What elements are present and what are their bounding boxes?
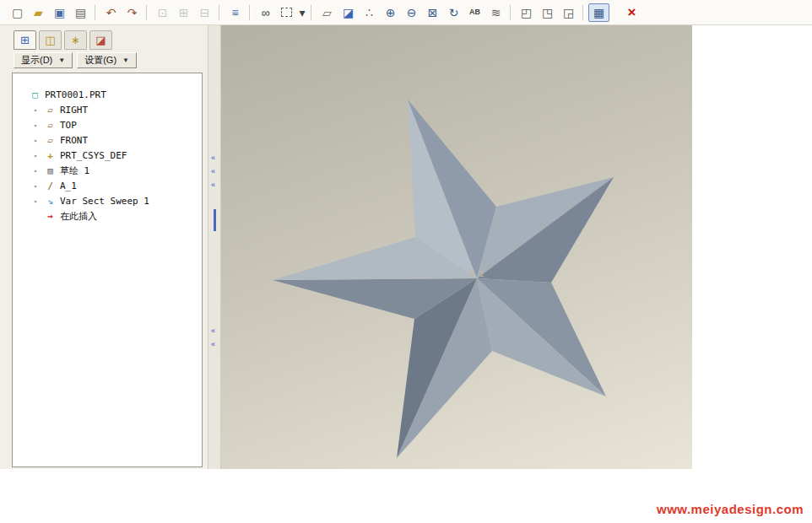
splitter-handle[interactable] (214, 209, 216, 231)
graphics-viewport[interactable]: A_1 X.X +-0.1 X.XX +-0.01 X.XXX +-0.001 (221, 25, 692, 469)
collapse-arrow-icon[interactable]: « (211, 168, 215, 175)
tab-model-tree[interactable]: ⊞ (14, 30, 36, 50)
toolbar-button-icon: ◪ (343, 7, 354, 19)
datum-axis-toggle[interactable]: ◪ (338, 3, 359, 22)
navigator-tab-icon: ◫ (45, 35, 55, 46)
paste-button[interactable]: ⊞ (173, 3, 194, 22)
toolbar-button-icon: ⊟ (200, 7, 210, 19)
toolbar-button-icon: ▦ (593, 7, 604, 19)
toolbar-button-icon: ∴ (365, 7, 373, 19)
zoom-in-button[interactable]: ⊕ (380, 3, 401, 22)
navigator-tab-icon: ◪ (95, 35, 106, 46)
tree-item-label: PRT_CSYS_DEF (60, 150, 127, 161)
active-window-button[interactable]: ▦ (588, 3, 609, 22)
toolbar-button-icon: ◰ (521, 7, 532, 19)
select-box-button[interactable] (276, 3, 297, 22)
tree-expander-icon[interactable]: ▸ (31, 137, 41, 144)
toolbar-button-icon: ∞ (262, 7, 270, 19)
toolbar-button-icon: ⊞ (179, 7, 189, 19)
model-tree: □ PRT0001.PRT ▸ ▱ RIGHT ▸ ▱ TOP ▸ ▱ FRON… (12, 73, 203, 467)
tree-item-front[interactable]: ▸ ▱ FRONT (13, 132, 202, 148)
tree-expander-icon[interactable]: ▸ (31, 152, 41, 159)
toolbar-button-icon: ▾ (299, 7, 305, 19)
navigator-tabs: ⊞ ◫ ∗ ◪ (14, 30, 112, 50)
refit-button[interactable]: ⊠ (422, 3, 443, 22)
tab-history[interactable]: ◪ (89, 30, 112, 50)
print-button[interactable]: ▤ (70, 3, 91, 22)
tree-item-label: 草绘 1 (60, 164, 89, 177)
tree-item-right[interactable]: ▸ ▱ RIGHT (13, 102, 202, 117)
window-view-2-button[interactable]: ◳ (537, 3, 558, 22)
collapse-arrow-icon[interactable]: « (211, 154, 215, 162)
star-model[interactable] (221, 25, 692, 469)
collapse-arrow-icon[interactable]: « (211, 327, 215, 335)
toolbar-button-icon: ↶ (106, 7, 116, 19)
tree-item-root[interactable]: □ PRT0001.PRT (13, 87, 202, 102)
tree-expander-icon[interactable]: ▸ (31, 167, 41, 175)
star-facets[interactable] (273, 100, 614, 458)
repaint-button[interactable]: ↻ (443, 3, 464, 22)
chevron-down-icon: ▼ (58, 57, 65, 64)
datum-point-toggle[interactable]: ∴ (359, 3, 380, 22)
annotation-display-button[interactable]: AB (464, 3, 485, 22)
tree-item-icon: ∕ (44, 181, 57, 191)
collapse-arrow-icon[interactable]: « (211, 181, 215, 189)
tree-item-icon: □ (29, 89, 41, 100)
new-file-button[interactable]: ▢ (7, 3, 28, 22)
navigator-tab-icon: ⊞ (20, 35, 30, 46)
tab-folder-browser[interactable]: ◫ (39, 30, 62, 50)
tolerance-line: X.X +-0.1 (579, 459, 638, 468)
tree-item-label: FRONT (60, 135, 88, 146)
paste-special-button[interactable]: ⊟ (194, 3, 215, 22)
model-tree-toolbar: 显示(D) ▼ 设置(G) ▼ (14, 52, 137, 68)
tab-favorites[interactable]: ∗ (64, 30, 87, 50)
toolbar-separator (311, 4, 313, 21)
copy-button[interactable]: ⊡ (152, 3, 173, 22)
toolbar-button-icon: ▱ (322, 7, 332, 19)
select-caret-button[interactable]: ▾ (297, 3, 307, 22)
toolbar-button-icon: ≡ (231, 7, 238, 19)
tree-expander-icon[interactable]: ▸ (31, 182, 41, 190)
tree-expander-icon[interactable]: ▸ (31, 121, 41, 129)
toolbar-button-icon: ▰ (34, 7, 43, 19)
tree-item-label: 在此插入 (60, 210, 97, 223)
toolbar-button-icon: ▤ (75, 7, 86, 19)
panel-splitter[interactable]: « « « « « (208, 25, 221, 469)
tree-item-csys[interactable]: ▸ + PRT_CSYS_DEF (13, 148, 202, 163)
tree-item-icon: ▨ (44, 165, 57, 176)
toolbar-separator (146, 4, 149, 21)
open-file-button[interactable]: ▰ (28, 3, 49, 22)
layer-display-button[interactable]: ≋ (485, 3, 506, 22)
redo-button[interactable]: ↷ (122, 3, 143, 22)
undo-button[interactable]: ↶ (100, 3, 122, 22)
toolbar-separator (95, 4, 97, 21)
tree-item-insert-here[interactable]: → 在此插入 (13, 208, 202, 224)
datum-plane-toggle[interactable]: ▱ (317, 3, 338, 22)
toolbar-button-icon: ↻ (449, 7, 459, 19)
save-button[interactable]: ▣ (49, 3, 70, 22)
tree-item-top[interactable]: ▸ ▱ TOP (13, 117, 202, 132)
tree-item-sketch[interactable]: ▸ ▨ 草绘 1 (13, 163, 202, 178)
axis-tag-a1[interactable]: A_1 (470, 270, 484, 278)
collapse-arrow-icon[interactable]: « (211, 341, 215, 348)
toolbar-button-icon: ⊡ (158, 7, 168, 19)
settings-menu-button[interactable]: 设置(G) ▼ (77, 52, 137, 68)
tree-item-axis[interactable]: ▸ ∕ A_1 (13, 178, 202, 193)
find-button[interactable]: ∞ (255, 3, 276, 22)
zoom-out-button[interactable]: ⊖ (401, 3, 422, 22)
chevron-down-icon: ▼ (122, 57, 129, 64)
window-view-3-button[interactable]: ◲ (558, 3, 579, 22)
window-view-1-button[interactable]: ◰ (516, 3, 537, 22)
tree-item-icon: ▱ (44, 135, 57, 146)
tree-item-label: TOP (60, 120, 77, 131)
display-menu-button[interactable]: 显示(D) ▼ (14, 52, 73, 68)
tree-item-label: PRT0001.PRT (45, 89, 106, 100)
tree-expander-icon[interactable]: ▸ (31, 106, 41, 114)
toolbar-button-icon: ↷ (127, 7, 138, 19)
toolbar-button-icon: ▢ (12, 7, 23, 19)
regenerate-button[interactable]: ≡ (225, 3, 246, 22)
tree-item-sweep[interactable]: ▸ ⇘ Var Sect Sweep 1 (13, 193, 202, 208)
tree-expander-icon[interactable]: ▸ (31, 197, 41, 205)
application-window: ▢ ▰ ▣ ▤ ↶ ↷ ⊡ ⊞ ⊟ (0, 0, 812, 523)
close-window-button[interactable]: × (621, 3, 642, 22)
